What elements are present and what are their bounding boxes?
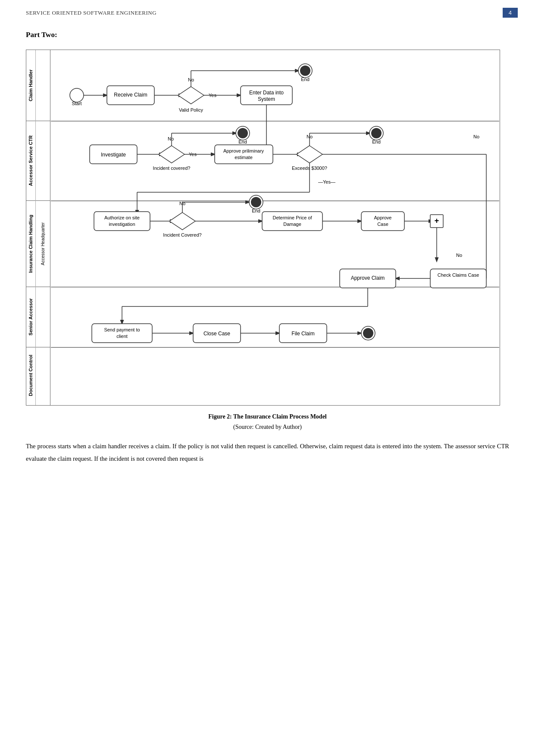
- approve-claim-label: Approve Claim: [351, 275, 385, 281]
- lane-label-claim-handler: Claim Handler: [28, 69, 33, 101]
- approve-case-1: Approve: [374, 215, 392, 220]
- determine-price-2: Damage: [283, 222, 301, 227]
- approve-preliminary-2: estimate: [235, 155, 253, 160]
- end-label-1: End: [301, 77, 310, 82]
- check-claims-1: Check Claims Case: [438, 272, 479, 278]
- process-diagram: Start Receive Claim Yes Enter Data into …: [50, 50, 500, 403]
- incident-covered-1: Incident covered?: [153, 166, 191, 171]
- determine-price-1: Determine Price of: [272, 215, 312, 220]
- svg-rect-46: [361, 212, 404, 231]
- authorize-1: Authorize on site: [104, 215, 140, 220]
- svg-rect-52: [430, 269, 486, 288]
- incident-covered-2: Incident Covered?: [163, 232, 201, 237]
- end-label-2b: End: [238, 139, 247, 144]
- send-payment-2: client: [116, 334, 128, 339]
- authorize-2: investigation: [109, 222, 135, 227]
- svg-marker-38: [169, 212, 195, 230]
- lane-label-accessor-ctr: Accessor Service CTR: [28, 135, 33, 186]
- svg-point-14: [300, 66, 310, 76]
- page-number: 4: [503, 8, 518, 18]
- svg-point-35: [238, 128, 248, 138]
- no-label-3: No: [473, 134, 479, 139]
- enter-data-label-1: Enter Data into: [249, 90, 284, 96]
- body-text: The process starts when a claim handler …: [26, 440, 509, 465]
- swimlane-labels: Claim Handler Accessor Service CTR Insur…: [26, 50, 50, 405]
- start-label: Start: [72, 101, 81, 106]
- svg-marker-8: [178, 87, 204, 104]
- svg-rect-20: [215, 145, 273, 164]
- approve-case-2: Case: [377, 222, 388, 227]
- svg-point-42: [251, 197, 261, 207]
- enter-data-label-2: System: [258, 96, 275, 102]
- part-title: Part Two:: [26, 31, 509, 39]
- yes-label-3: —Yes—: [318, 179, 335, 184]
- lane-label-senior-accessor: Senior Accessor: [28, 298, 33, 335]
- svg-point-4: [70, 88, 84, 102]
- send-payment-1: Send payment to: [104, 327, 140, 332]
- svg-rect-58: [92, 324, 152, 343]
- lane-sublabel-accessor-hq: Accessor Headquarter: [41, 222, 45, 266]
- valid-policy-label: Valid Policy: [179, 107, 203, 112]
- close-case-label: Close Case: [203, 331, 230, 337]
- lane-label-document-control: Document Control: [28, 355, 33, 396]
- diagram-container: Claim Handler Accessor Service CTR Insur…: [26, 50, 500, 406]
- end-label-3: End: [252, 208, 260, 213]
- plus-icon: +: [435, 216, 439, 225]
- lane-label-insurance: Insurance Claim Handling: [28, 215, 33, 273]
- svg-rect-36: [94, 212, 150, 231]
- svg-point-26: [371, 128, 382, 138]
- figure-caption: Figure 2: The Insurance Claim Process Mo…: [26, 413, 509, 420]
- page-header: SERVICE ORIENTED SOFTWARE ENGINEERING 4: [0, 0, 535, 22]
- main-content: Part Two: Claim Handler Accessor Service…: [0, 22, 535, 482]
- source-note: (Source: Created by Author): [26, 424, 509, 431]
- svg-marker-18: [159, 146, 185, 163]
- end-label-2: End: [372, 139, 381, 144]
- svg-marker-22: [297, 146, 322, 163]
- file-claim-label: File Claim: [291, 331, 314, 337]
- svg-point-65: [363, 328, 373, 338]
- no-label-4: No: [168, 136, 174, 141]
- no-label-6: No: [456, 253, 462, 258]
- investigate-label: Investigate: [101, 152, 126, 158]
- svg-rect-44: [262, 212, 322, 231]
- receive-claim-label: Receive Claim: [114, 92, 147, 98]
- diagram-svg-area: Start Receive Claim Yes Enter Data into …: [50, 50, 500, 405]
- approve-preliminary-1: Approve priliminary: [223, 148, 264, 153]
- header-title: SERVICE ORIENTED SOFTWARE ENGINEERING: [26, 9, 156, 16]
